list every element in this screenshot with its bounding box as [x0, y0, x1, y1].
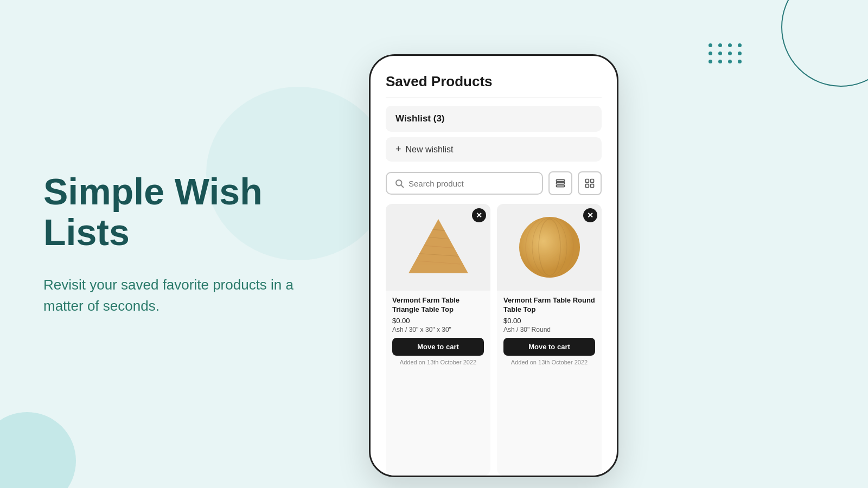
svg-rect-8: [591, 184, 594, 188]
search-input-wrapper[interactable]: [386, 172, 543, 195]
product-1-variant: Ash / 30" x 30" x 30": [392, 326, 484, 333]
wishlist-row[interactable]: Wishlist (3): [386, 106, 602, 132]
product-2-variant: Ash / 30" Round: [503, 326, 595, 333]
svg-marker-10: [409, 219, 468, 273]
new-wishlist-row[interactable]: + New wishlist: [386, 137, 602, 162]
svg-rect-5: [586, 179, 589, 183]
remove-product-2-button[interactable]: ✕: [583, 208, 597, 222]
product-2-name: Vermont Farm Table Round Table Top: [503, 296, 595, 314]
product-card-triangle: ✕: [386, 204, 490, 476]
search-bar-row: [386, 171, 602, 195]
phone-frame: Saved Products Wishlist (3) + New wishli…: [369, 54, 618, 477]
product-2-price: $0.00: [503, 317, 595, 325]
product-2-added-date: Added on 13th October 2022: [503, 359, 595, 370]
move-to-cart-2-button[interactable]: Move to cart: [503, 338, 595, 356]
svg-rect-4: [557, 185, 565, 187]
svg-rect-2: [557, 179, 565, 181]
products-grid: ✕: [386, 204, 602, 476]
triangle-shape: [406, 216, 471, 279]
saved-products-title: Saved Products: [386, 73, 602, 90]
svg-rect-7: [586, 184, 589, 188]
remove-product-1-button[interactable]: ✕: [472, 208, 486, 222]
circle-shape: [517, 215, 582, 280]
search-input[interactable]: [409, 179, 534, 188]
product-card-circle: ✕: [497, 204, 602, 476]
left-content: Simple Wish Lists Revisit your saved fav…: [0, 0, 369, 488]
phone-mockup: Saved Products Wishlist (3) + New wishli…: [369, 54, 618, 477]
svg-rect-6: [591, 179, 594, 183]
product-1-added-date: Added on 13th October 2022: [392, 359, 484, 370]
hero-title: Simple Wish Lists: [43, 171, 369, 253]
grid-view-icon: [584, 178, 595, 189]
list-view-toggle[interactable]: [548, 171, 572, 195]
close-icon: ✕: [587, 211, 593, 219]
hero-subtitle: Revisit your saved favorite products in …: [43, 274, 326, 317]
wishlist-label: Wishlist (3): [395, 113, 445, 124]
svg-rect-3: [557, 182, 565, 184]
search-icon: [394, 178, 404, 188]
list-view-icon: [555, 178, 566, 189]
dot-grid-decoration: [709, 43, 743, 63]
svg-line-1: [401, 185, 403, 187]
product-1-info: Vermont Farm Table Triangle Table Top $0…: [386, 291, 490, 373]
header-divider: [386, 98, 602, 98]
product-1-name: Vermont Farm Table Triangle Table Top: [392, 296, 484, 314]
product-1-price: $0.00: [392, 317, 484, 325]
close-icon: ✕: [476, 211, 482, 219]
bg-circle-top-right: [781, 0, 868, 87]
product-2-info: Vermont Farm Table Round Table Top $0.00…: [497, 291, 602, 373]
move-to-cart-1-button[interactable]: Move to cart: [392, 338, 484, 356]
grid-view-toggle[interactable]: [578, 171, 602, 195]
svg-point-17: [519, 217, 580, 278]
new-wishlist-label: New wishlist: [406, 145, 454, 155]
phone-inner: Saved Products Wishlist (3) + New wishli…: [371, 56, 617, 476]
new-wishlist-plus-icon: +: [395, 144, 401, 155]
